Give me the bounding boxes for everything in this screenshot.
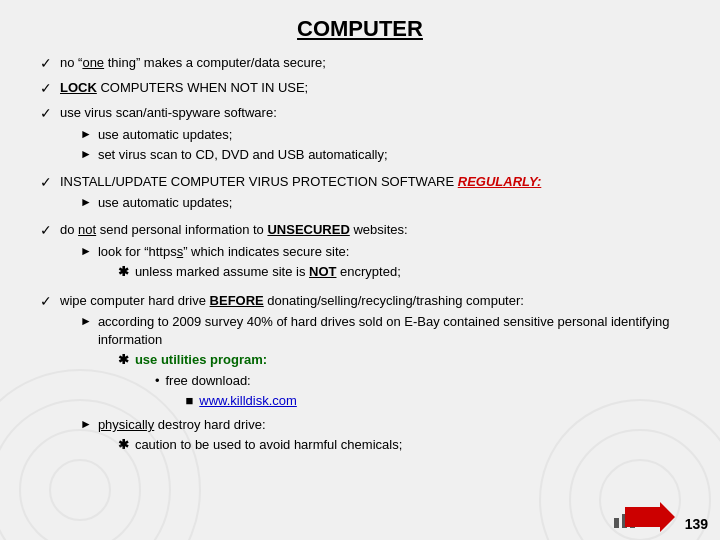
square-icon: ■	[185, 392, 193, 410]
checkmark-2: ✓	[40, 80, 52, 96]
bullet-text-6: wipe computer hard drive BEFORE donating…	[60, 292, 690, 459]
bullet-item-3: ✓ use virus scan/anti-spyware software: …	[40, 104, 690, 166]
bullet-text-1: no “one thing” makes a computer/data sec…	[60, 54, 690, 72]
sub-list-5: ► look for “httpss” which indicates secu…	[80, 243, 690, 283]
regularly-text: REGULARLY:	[458, 174, 542, 189]
checkmark-3: ✓	[40, 105, 52, 121]
page-number: 139	[685, 516, 708, 532]
sub-text: physically destroy hard drive: ✱ caution…	[98, 416, 402, 456]
sub-sub-list-6-2: ✱ caution to be used to avoid harmful ch…	[118, 436, 402, 454]
sub-sub-item-6-2-1: ✱ caution to be used to avoid harmful ch…	[118, 436, 402, 454]
bullet-item-6: ✓ wipe computer hard drive BEFORE donati…	[40, 292, 690, 459]
arrow-icon: ►	[80, 194, 92, 211]
sub-sub-text: unless marked assume site is NOT encrypt…	[135, 263, 401, 281]
sub-sub-item-6-1-1: ✱ use utilities program: • free download…	[118, 351, 690, 412]
page-title: COMPUTER	[30, 16, 690, 42]
asterisk-icon: ✱	[118, 436, 129, 454]
main-content: ✓ no “one thing” makes a computer/data s…	[30, 54, 690, 458]
sub-text: look for “httpss” which indicates secure…	[98, 243, 401, 283]
svg-point-3	[50, 460, 110, 520]
sub-text: set virus scan to CD, DVD and USB automa…	[98, 146, 388, 164]
sub-sub-list-6-1: ✱ use utilities program: • free download…	[118, 351, 690, 412]
bullet-text-3: use virus scan/anti-spyware software: ► …	[60, 104, 690, 166]
sub-list-4: ► use automatic updates;	[80, 194, 690, 212]
sub-text: according to 2009 survey 40% of hard dri…	[98, 313, 690, 414]
deepest-item-1: ■ www.killdisk.com	[185, 392, 296, 410]
checkmark-5: ✓	[40, 222, 52, 238]
utilities-text: use utilities program:	[135, 352, 267, 367]
arrow-icon: ►	[80, 126, 92, 143]
sub-list-6: ► according to 2009 survey 40% of hard d…	[80, 313, 690, 456]
svg-marker-7	[625, 502, 675, 532]
sub-sub-text: caution to be used to avoid harmful chem…	[135, 436, 402, 454]
arrow-icon: ►	[80, 313, 92, 330]
sub-text: use automatic updates;	[98, 126, 232, 144]
bullet-item-5: ✓ do not send personal information to UN…	[40, 221, 690, 285]
bullet-text-4: INSTALL/UPDATE COMPUTER VIRUS PROTECTION…	[60, 173, 690, 214]
arrow-icon: ►	[80, 243, 92, 260]
bullet-item-2: ✓ LOCK COMPUTERS WHEN NOT IN USE;	[40, 79, 690, 97]
bullet-text-5: do not send personal information to UNSE…	[60, 221, 690, 285]
slide: COMPUTER ✓ no “one thing” makes a comput…	[0, 0, 720, 540]
sub-list-3: ► use automatic updates; ► set virus sca…	[80, 126, 690, 164]
bullet-item-1: ✓ no “one thing” makes a computer/data s…	[40, 54, 690, 72]
deep-list: • free download: ■ www.killdisk.c	[155, 372, 297, 410]
asterisk-icon: ✱	[118, 263, 129, 281]
sub-sub-item-5-1: ✱ unless marked assume site is NOT encry…	[118, 263, 401, 281]
checkmark-6: ✓	[40, 293, 52, 309]
checkmark-1: ✓	[40, 55, 52, 71]
checkmark-4: ✓	[40, 174, 52, 190]
sub-item-5-1: ► look for “httpss” which indicates secu…	[80, 243, 690, 283]
sub-sub-text: use utilities program: • free download:	[135, 351, 297, 412]
sub-item-3-1: ► use automatic updates;	[80, 126, 690, 144]
arrow-icon: ►	[80, 146, 92, 163]
dot-icon: •	[155, 372, 160, 390]
sub-item-6-1: ► according to 2009 survey 40% of hard d…	[80, 313, 690, 414]
deep-text: free download: ■ www.killdisk.com	[165, 372, 296, 410]
arrow-icon: ►	[80, 416, 92, 433]
sub-item-4-1: ► use automatic updates;	[80, 194, 690, 212]
sub-sub-list-5: ✱ unless marked assume site is NOT encry…	[118, 263, 401, 281]
nav-arrow[interactable]	[625, 502, 675, 532]
bullet-item-4: ✓ INSTALL/UPDATE COMPUTER VIRUS PROTECTI…	[40, 173, 690, 214]
bar1	[614, 518, 619, 528]
asterisk-icon: ✱	[118, 351, 129, 369]
sub-item-6-2: ► physically destroy hard drive: ✱ cauti…	[80, 416, 690, 456]
killdisk-link[interactable]: www.killdisk.com	[199, 392, 297, 410]
sub-item-3-2: ► set virus scan to CD, DVD and USB auto…	[80, 146, 690, 164]
bullet-text-2: LOCK COMPUTERS WHEN NOT IN USE;	[60, 79, 690, 97]
deep-item-1: • free download: ■ www.killdisk.c	[155, 372, 297, 410]
sub-text: use automatic updates;	[98, 194, 232, 212]
deepest-list: ■ www.killdisk.com	[185, 392, 296, 410]
